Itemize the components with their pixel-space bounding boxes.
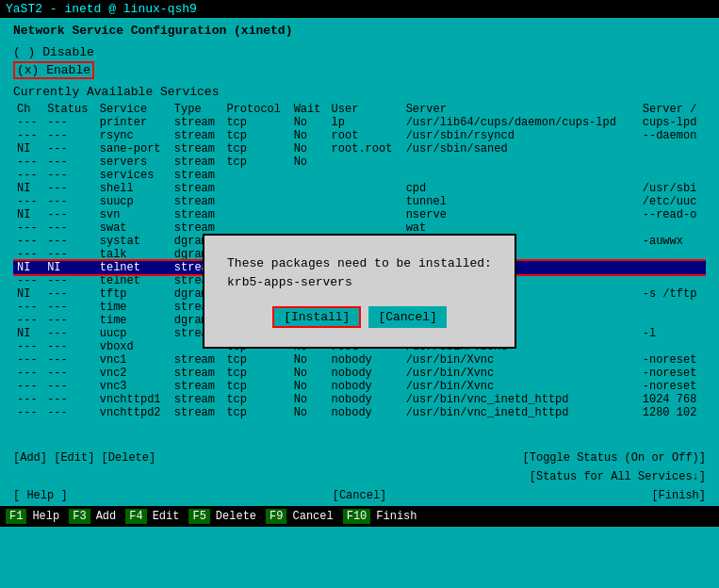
app-title: Network Service Configuration (xinetd) (13, 24, 706, 38)
help-bar: [ Help ] [Cancel] [Finish] (0, 485, 719, 506)
action-bar2: [Status for All Services↓] (0, 468, 719, 485)
fkey-label-f9: Cancel (292, 510, 333, 523)
fkey-label-f4: Edit (153, 510, 180, 523)
col-wait: Wait (290, 103, 328, 116)
fkey-f9[interactable]: F9 (266, 509, 286, 524)
table-row[interactable]: ------swatstreamwat (13, 221, 706, 235)
fkey-f4[interactable]: F4 (125, 509, 146, 524)
add-edit-delete-buttons[interactable]: [Add] [Edit] [Delete] (13, 451, 155, 465)
fkey-label-f1: Help (32, 510, 59, 523)
available-label: Currently Available Services (13, 85, 706, 99)
fkey-f10[interactable]: F10 (343, 509, 371, 524)
col-user: User (328, 103, 402, 116)
cancel-button[interactable]: [Cancel] (333, 489, 387, 502)
fkey-label-f3: Add (96, 510, 117, 523)
table-row[interactable]: ------servicesstream (13, 169, 706, 182)
modal-cancel-button[interactable]: [Cancel] (368, 306, 446, 328)
fkey-f1[interactable]: F1 (6, 509, 26, 524)
table-row[interactable]: ------vnc2streamtcpNonobody/usr/bin/Xvnc… (13, 367, 706, 380)
col-server: Server (402, 103, 639, 116)
fkey-label-f5: Delete (216, 510, 256, 523)
main-area: Network Service Configuration (xinetd) (… (0, 18, 719, 448)
install-modal: These packages need to be installed: krb… (203, 234, 516, 349)
col-type: Type (171, 103, 223, 116)
table-container: Ch Status Service Type Protocol Wait Use… (13, 103, 706, 442)
fkey-bar: F1HelpF3AddF4EditF5DeleteF9CancelF10Fini… (0, 506, 719, 527)
table-row[interactable]: ------vnc1streamtcpNonobody/usr/bin/Xvnc… (13, 353, 706, 367)
col-server2: Server / (639, 103, 706, 116)
toggle-status-button[interactable]: [Toggle Status (On or Off)] (523, 451, 706, 465)
finish-button[interactable]: [Finish] (651, 489, 706, 502)
title-bar: YaST2 - inetd @ linux-qsh9 (0, 0, 719, 18)
disable-option[interactable]: ( ) Disable (13, 45, 706, 59)
modal-buttons: [Install] [Cancel] (227, 306, 492, 328)
table-row[interactable]: ------rsyncstreamtcpNoroot/usr/sbin/rsyn… (13, 129, 706, 142)
table-row[interactable]: ------suucpstreamtunnel/etc/uuc (13, 195, 706, 208)
col-protocol: Protocol (222, 103, 289, 116)
help-button[interactable]: [ Help ] (13, 489, 68, 502)
col-ch: Ch (13, 103, 43, 116)
table-row[interactable]: ------printerstreamtcpNolp/usr/lib64/cup… (13, 116, 706, 129)
table-row[interactable]: ------vnchttpd1streamtcpNonobody/usr/bin… (13, 393, 706, 406)
table-row[interactable]: NI---svnstreamnserve--read-o (13, 208, 706, 221)
col-service: Service (96, 103, 171, 116)
col-status: Status (43, 103, 96, 116)
fkey-label-f10: Finish (376, 510, 417, 523)
status-all-button[interactable]: [Status for All Services↓] (530, 470, 706, 483)
title-text: YaST2 - inetd @ linux-qsh9 (6, 2, 197, 16)
install-button[interactable]: [Install] (272, 306, 361, 328)
action-bar: [Add] [Edit] [Delete] [Toggle Status (On… (0, 448, 719, 468)
table-row[interactable]: NI---shellstreamcpd/usr/sbi (13, 182, 706, 195)
fkey-f3[interactable]: F3 (69, 509, 90, 524)
table-row[interactable]: ------vnc3streamtcpNonobody/usr/bin/Xvnc… (13, 380, 706, 393)
table-row[interactable]: ------vnchttpd2streamtcpNonobody/usr/bin… (13, 406, 706, 419)
modal-message: These packages need to be installed: krb… (227, 254, 492, 291)
enable-option[interactable]: (x) Enable (13, 61, 706, 79)
table-row[interactable]: ------serversstreamtcpNo (13, 155, 706, 169)
table-row[interactable]: NI---sane-portstreamtcpNoroot.root/usr/s… (13, 142, 706, 155)
fkey-f5[interactable]: F5 (188, 509, 209, 524)
